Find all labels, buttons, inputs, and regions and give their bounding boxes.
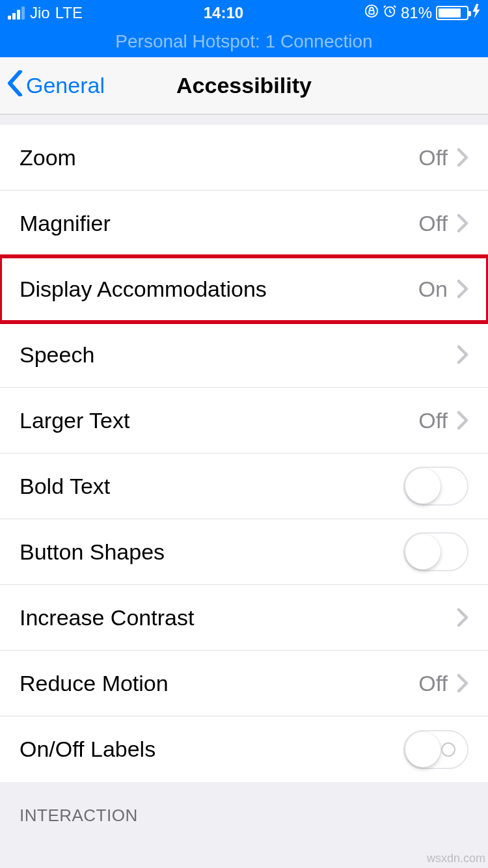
row-zoom[interactable]: Zoom Off: [0, 125, 488, 191]
row-label: Speech: [20, 342, 457, 368]
row-display-accommodations[interactable]: Display Accommodations On: [0, 256, 488, 322]
status-left: Jio LTE: [8, 4, 83, 22]
hotspot-banner[interactable]: Personal Hotspot: 1 Connection: [0, 26, 488, 57]
battery-icon: [436, 6, 468, 20]
chevron-left-icon: [7, 70, 23, 101]
carrier-label: Jio: [30, 4, 50, 22]
status-time: 14:10: [204, 4, 243, 22]
row-label: Increase Contrast: [20, 605, 457, 631]
bold-text-switch[interactable]: [403, 467, 468, 506]
row-button-shapes[interactable]: Button Shapes: [0, 519, 488, 585]
charging-icon: [472, 4, 480, 22]
content: Zoom Off Magnifier Off Display Accommoda…: [0, 115, 488, 832]
chevron-right-icon: [457, 673, 468, 693]
orientation-lock-icon: [364, 4, 379, 22]
settings-group-vision: Zoom Off Magnifier Off Display Accommoda…: [0, 125, 488, 782]
chevron-right-icon: [457, 411, 468, 430]
back-label: General: [26, 73, 105, 98]
chevron-right-icon: [457, 279, 468, 299]
onoff-labels-switch[interactable]: [403, 730, 468, 769]
chevron-right-icon: [457, 213, 468, 233]
row-value: Off: [418, 671, 448, 696]
watermark: wsxdn.com: [427, 852, 485, 865]
button-shapes-switch[interactable]: [403, 532, 468, 571]
section-header-interaction: INTERACTION: [0, 782, 488, 832]
row-onoff-labels[interactable]: On/Off Labels: [0, 716, 488, 782]
row-value: Off: [418, 145, 448, 170]
status-right: 81%: [364, 4, 480, 22]
row-magnifier[interactable]: Magnifier Off: [0, 191, 488, 256]
chevron-right-icon: [457, 608, 468, 627]
row-reduce-motion[interactable]: Reduce Motion Off: [0, 651, 488, 716]
row-value: On: [418, 277, 448, 302]
back-button[interactable]: General: [7, 57, 105, 114]
row-label: Magnifier: [20, 211, 418, 236]
signal-icon: [8, 7, 25, 20]
row-label: Display Accommodations: [20, 277, 418, 302]
page-title: Accessibility: [176, 73, 312, 98]
chevron-right-icon: [457, 148, 468, 167]
row-label: Zoom: [20, 145, 418, 170]
alarm-icon: [383, 4, 397, 22]
battery-percent: 81%: [401, 4, 432, 22]
row-label: Button Shapes: [20, 539, 403, 565]
network-label: LTE: [55, 4, 83, 22]
row-value: Off: [418, 211, 448, 236]
chevron-right-icon: [457, 345, 468, 364]
row-larger-text[interactable]: Larger Text Off: [0, 388, 488, 454]
row-label: Larger Text: [20, 408, 418, 433]
row-bold-text[interactable]: Bold Text: [0, 454, 488, 519]
row-label: Bold Text: [20, 474, 403, 499]
row-label: On/Off Labels: [20, 737, 403, 762]
nav-bar: General Accessibility: [0, 57, 488, 115]
row-increase-contrast[interactable]: Increase Contrast: [0, 585, 488, 651]
row-label: Reduce Motion: [20, 671, 418, 696]
row-speech[interactable]: Speech: [0, 322, 488, 388]
row-value: Off: [418, 408, 448, 433]
svg-rect-1: [369, 10, 373, 14]
status-bar: Jio LTE 14:10 81%: [0, 0, 488, 26]
